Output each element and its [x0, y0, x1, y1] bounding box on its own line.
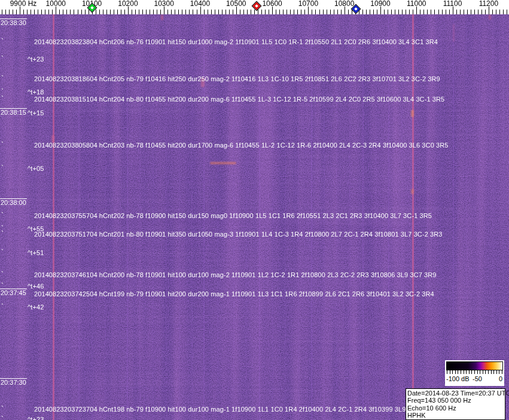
ruler-minor-tick	[362, 10, 363, 14]
ruler-frequency-label: 10400	[190, 0, 210, 8]
ruler-minor-tick	[59, 10, 60, 14]
ruler-minor-tick	[132, 10, 132, 14]
ruler-minor-tick	[150, 10, 150, 14]
ruler-minor-tick	[464, 10, 464, 14]
ruler-minor-tick	[240, 10, 240, 14]
ruler-minor-tick	[70, 10, 71, 14]
ruler-minor-tick	[261, 10, 262, 14]
info-box-line: Date=2014-08-23 Time=20:37 UTC	[407, 390, 505, 397]
ruler-minor-tick	[423, 10, 424, 14]
event-detail-text: 20140823203751704 hCnt201 nb-80 f10901 h…	[34, 231, 443, 238]
ruler-minor-tick	[157, 10, 157, 14]
ruler-minor-tick	[9, 10, 10, 14]
ruler-minor-tick	[45, 10, 45, 14]
ruler-minor-tick	[384, 10, 385, 14]
ruler-frequency-label: 11100	[443, 0, 462, 8]
ruler-minor-tick	[215, 10, 215, 14]
ruler-minor-tick	[301, 10, 301, 14]
ruler-minor-tick	[182, 10, 182, 14]
event-row-tick: `	[1, 283, 4, 290]
ruler-minor-tick	[449, 10, 450, 14]
db-label-mid: -50	[473, 375, 482, 383]
red-diamond-marker[interactable]	[252, 2, 261, 10]
ruler-minor-tick	[352, 10, 352, 14]
ruler-minor-tick	[99, 10, 100, 14]
event-detail-text: 20140823203805804 hCnt203 nb-78 f10455 h…	[34, 142, 449, 149]
ruler-minor-tick	[204, 10, 205, 14]
ruler-minor-tick	[117, 10, 118, 14]
ruler-minor-tick	[96, 10, 96, 14]
event-row-tick: `	[1, 56, 4, 63]
ruler-minor-tick	[41, 10, 42, 14]
ruler-minor-tick	[193, 10, 193, 14]
ruler-minor-tick	[254, 10, 255, 14]
event-detail-text: 20140823203742504 hCnt199 nb-79 f10901 h…	[34, 290, 434, 298]
event-detail-text: 20140823203755704 hCnt202 nb-78 f10900 h…	[34, 212, 432, 219]
ruler-minor-tick	[5, 10, 6, 14]
ruler-minor-tick	[337, 10, 338, 14]
ruler-minor-tick	[247, 10, 248, 14]
event-row-tick: `	[1, 249, 4, 256]
event-detail-text: 20140823203746104 hCnt200 nb-78 f10901 h…	[34, 271, 437, 278]
event-time-mark: ^t+42	[28, 303, 44, 311]
ruler-frequency-label: 10600	[262, 0, 282, 8]
ruler-minor-tick	[286, 10, 287, 14]
ruler-minor-tick	[398, 10, 399, 14]
ruler-minor-tick	[74, 10, 74, 14]
db-color-scale-legend: -100 dB -50 0	[445, 360, 504, 386]
text-overlay-layer: 20:38:3020:38:1520:38:0020:37:4520:37:30…	[0, 0, 509, 420]
ruler-minor-tick	[185, 10, 186, 14]
ruler-minor-tick	[406, 10, 406, 14]
ruler-frequency-label: 10800	[334, 0, 354, 8]
ruler-minor-tick	[460, 10, 461, 14]
event-row-tick: `	[1, 271, 4, 278]
ruler-minor-tick	[348, 10, 349, 14]
ruler-frequency-label: 10000	[46, 0, 66, 8]
info-box-line: Echo=10 600 Hz	[407, 404, 505, 412]
ruler-minor-tick	[341, 10, 342, 14]
frequency-ruler[interactable]: 9900 Hz100001010010200103001040010500106…	[0, 0, 509, 14]
event-row-tick: `	[1, 416, 4, 420]
event-time-mark: ^t+15	[28, 109, 44, 117]
ruler-minor-tick	[135, 10, 136, 14]
ruler-minor-tick	[312, 10, 312, 14]
info-box-line: Freq=143 050 000 Hz	[407, 397, 505, 404]
ruler-minor-tick	[434, 10, 435, 14]
ruler-minor-tick	[427, 10, 428, 14]
ruler-minor-tick	[388, 10, 388, 14]
time-label: 20:37:45	[1, 289, 26, 296]
color-gradient-bar	[446, 361, 503, 370]
ruler-minor-tick	[160, 10, 161, 14]
ruler-minor-tick	[478, 10, 478, 14]
time-label: 20:38:00	[1, 199, 26, 206]
event-time-mark: ^t+18	[28, 88, 44, 96]
ruler-minor-tick	[265, 10, 266, 14]
ruler-minor-tick	[48, 10, 49, 14]
ruler-minor-tick	[323, 10, 324, 14]
ruler-minor-tick	[229, 10, 230, 14]
ruler-minor-tick	[78, 10, 78, 14]
ruler-minor-tick	[38, 10, 38, 14]
event-detail-text: 20140823203818604 hCnt205 nb-79 f10416 h…	[34, 75, 440, 82]
ruler-minor-tick	[103, 10, 103, 14]
ruler-minor-tick	[146, 10, 147, 14]
ruler-minor-tick	[373, 10, 374, 14]
ruler-minor-tick	[175, 10, 175, 14]
ruler-minor-tick	[330, 10, 331, 14]
db-label-min: -100 dB	[446, 375, 470, 383]
ruler-minor-tick	[63, 10, 63, 14]
ruler-minor-tick	[413, 10, 413, 14]
ruler-minor-tick	[319, 10, 320, 14]
ruler-minor-tick	[279, 10, 280, 14]
ruler-minor-tick	[297, 10, 298, 14]
ruler-minor-tick	[283, 10, 284, 14]
ruler-minor-tick	[178, 10, 179, 14]
ruler-minor-tick	[106, 10, 107, 14]
ruler-minor-tick	[121, 10, 121, 14]
event-row-tick: `	[1, 231, 4, 238]
ruler-frequency-label: 11000	[407, 0, 426, 8]
ruler-minor-tick	[474, 10, 475, 14]
ruler-minor-tick	[142, 10, 143, 14]
ruler-minor-tick	[315, 10, 316, 14]
event-detail-text: 20140823203815104 hCnt204 nb-80 f10455 h…	[34, 96, 444, 103]
